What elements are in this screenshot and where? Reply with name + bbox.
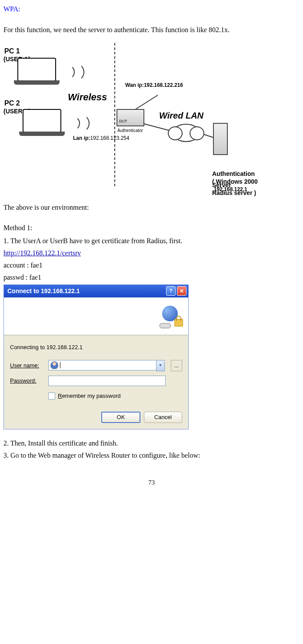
intro-paragraph: For this function, we need the server to…	[3, 23, 300, 36]
laptop-icon	[17, 58, 56, 81]
step-1: 1. The UserA or UserB have to get certif…	[3, 236, 300, 246]
certsrv-link[interactable]: http://192.168.122.1/certsrv	[3, 249, 81, 257]
connecting-label: Connecting to 192.168.122.1	[10, 342, 182, 353]
server-ip: 192.168.122.1	[214, 185, 247, 195]
wired-lan-label: Wired LAN	[159, 107, 203, 124]
environment-line: The above is our environment:	[3, 201, 300, 214]
account-line: account : fae1	[3, 260, 300, 271]
close-button[interactable]: ✕	[177, 286, 186, 296]
username-dropdown-button[interactable]: ▼	[156, 360, 165, 371]
laptop-icon	[23, 109, 61, 132]
page-number: 73	[3, 476, 300, 489]
method-label: Method 1:	[3, 223, 300, 233]
dialog-title-bar: Connect to 192.168.122.1 ? ✕	[4, 285, 188, 297]
password-label: Password:	[10, 376, 45, 386]
browse-button[interactable]: ...	[171, 360, 182, 371]
passwd-line: passwd : fae1	[3, 272, 300, 283]
step-2: 2. Then, Install this certificate and fi…	[3, 438, 300, 449]
cloud-icon	[172, 124, 200, 142]
wave-icon	[71, 114, 90, 132]
security-icon	[162, 306, 183, 327]
person-icon	[50, 361, 58, 369]
wireless-label: Wireless	[68, 88, 107, 106]
password-input[interactable]	[48, 376, 166, 386]
dialog-banner	[4, 297, 188, 335]
cancel-button[interactable]: Cancel	[144, 412, 182, 423]
wan-ip-label: Wan ip:192.168.122.216	[125, 80, 183, 90]
remember-label: Remember my password	[58, 391, 121, 402]
svg-line-2	[134, 95, 158, 110]
router-icon: DUT	[117, 109, 144, 126]
dashed-line	[114, 43, 115, 186]
step-3: 3. Go to the Web manager of Wireless Rou…	[3, 450, 300, 461]
help-button[interactable]: ?	[166, 286, 176, 296]
heading-wpa: WPA:	[3, 3, 300, 16]
username-label: User name:	[10, 360, 45, 371]
connect-dialog: Connect to 192.168.122.1 ? ✕ Connecting …	[3, 284, 189, 429]
server-icon	[213, 123, 228, 155]
network-diagram: PC 1 (USER A) PC 2 (USER B) Wireless Wan…	[3, 43, 269, 195]
wave-icon	[66, 63, 84, 81]
dialog-title: Connect to 192.168.122.1	[7, 285, 80, 297]
ok-button[interactable]: OK	[101, 412, 140, 423]
remember-checkbox[interactable]	[48, 393, 55, 400]
lan-ip-label: Lan ip:192.168.123.254	[73, 133, 129, 143]
username-input[interactable]	[48, 360, 156, 370]
